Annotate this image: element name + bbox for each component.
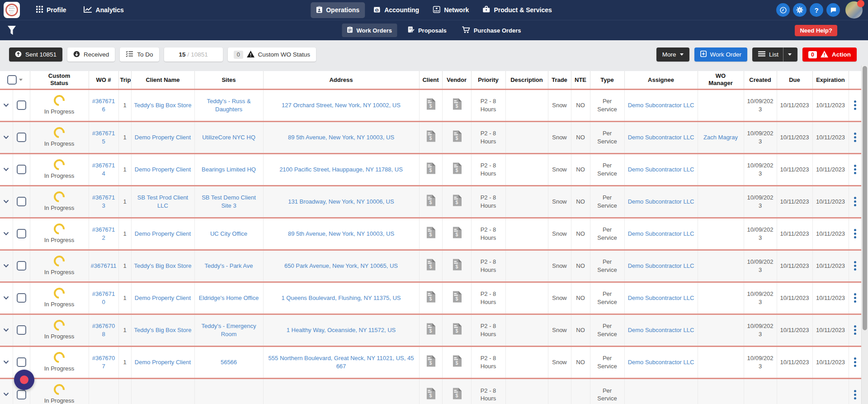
assignee-link[interactable]: Demo Subcontractor LLC — [628, 198, 694, 205]
chevron-down-icon[interactable] — [3, 327, 9, 333]
address-link[interactable]: 131 Broadway, New York, NY 10006, US — [288, 198, 394, 205]
column-header-type[interactable]: Type — [590, 71, 624, 89]
column-header-due[interactable]: Due — [777, 71, 812, 89]
custom-wo-status-button[interactable]: 0 Custom WO Status — [228, 48, 316, 62]
client-invoice-icon[interactable]: $ — [426, 201, 435, 208]
column-header-created[interactable]: Created — [744, 71, 777, 89]
sent-button[interactable]: Sent 10851 — [9, 48, 62, 62]
chevron-down-icon[interactable] — [3, 295, 9, 301]
address-link[interactable]: 650 Park Avenue, New York, NY 10065, US — [284, 262, 398, 269]
assignee-link[interactable]: Demo Subcontractor LLC — [628, 102, 694, 109]
column-header-vendor_doc[interactable]: Vendor — [442, 71, 471, 89]
address-link[interactable]: 555 Northern Boulevard, Great Neck, NY 1… — [269, 355, 414, 370]
column-header-custom_status[interactable]: Custom Status — [30, 71, 89, 89]
row-menu-icon[interactable] — [851, 165, 860, 174]
address-link[interactable]: 89 5th Avenue, New York, NY 10003, US — [288, 134, 394, 141]
more-button[interactable]: More — [656, 48, 689, 62]
site-link[interactable]: Eldridge's Home Office — [199, 295, 259, 301]
need-help-button[interactable]: Need Help? — [795, 25, 837, 36]
column-header-assignee[interactable]: Assignee — [624, 71, 698, 89]
select-all-checkbox[interactable] — [7, 75, 17, 85]
column-header-trade[interactable]: Trade — [548, 71, 571, 89]
nav-item-analytics[interactable]: Analytics — [78, 2, 129, 18]
action-button[interactable]: 0 Action — [802, 48, 857, 62]
chevron-down-icon[interactable] — [3, 198, 9, 205]
nav-item-network[interactable]: Network — [427, 2, 474, 18]
row-checkbox[interactable] — [17, 165, 26, 174]
client-invoice-icon[interactable]: $ — [426, 105, 435, 111]
company-logo[interactable]: Demo Service Broker LLC — [4, 2, 20, 18]
address-link[interactable]: 2100 Pacific Street, Hauppauge, NY 11788… — [279, 166, 403, 173]
tab-proposals[interactable]: Proposals — [402, 24, 452, 37]
column-header-description[interactable]: Description — [505, 71, 548, 89]
chevron-down-icon[interactable] — [3, 359, 9, 366]
column-header-expiration[interactable]: Expiration — [812, 71, 849, 89]
column-header-nte[interactable]: NTE — [571, 71, 590, 89]
client_name-link[interactable]: Teddy's Big Box Store — [134, 102, 192, 109]
chevron-down-icon[interactable] — [3, 391, 9, 398]
row-checkbox[interactable] — [17, 229, 26, 238]
vendor-invoice-icon[interactable]: $ — [452, 169, 462, 176]
assignee-link[interactable]: Demo Subcontractor LLC — [628, 262, 694, 269]
client-invoice-icon[interactable]: $ — [426, 394, 435, 401]
row-checkbox[interactable] — [17, 197, 26, 206]
client_name-link[interactable]: Demo Property Client — [135, 230, 191, 237]
client-invoice-icon[interactable]: $ — [426, 233, 435, 240]
client_name-link[interactable]: Demo Property Client — [135, 359, 191, 366]
column-header-site[interactable]: Sites — [194, 71, 263, 89]
column-header-client_doc[interactable]: Client — [419, 71, 442, 89]
wo-link[interactable]: #3676708 — [92, 323, 115, 337]
chevron-down-icon[interactable] — [3, 230, 9, 237]
client-invoice-icon[interactable]: $ — [426, 169, 435, 176]
user-avatar[interactable] — [845, 1, 863, 19]
row-menu-icon[interactable] — [851, 357, 860, 367]
row-checkbox[interactable] — [17, 261, 26, 271]
wo-link[interactable]: #3676714 — [92, 162, 115, 177]
site-link[interactable]: Bearings Limited HQ — [202, 166, 256, 173]
notifications-float-button[interactable] — [14, 370, 34, 390]
wo-link[interactable]: #3676710 — [92, 290, 115, 305]
assignee-link[interactable]: Demo Subcontractor LLC — [628, 134, 694, 141]
row-menu-icon[interactable] — [851, 229, 860, 238]
client_name-link[interactable]: Demo Property Client — [135, 134, 191, 141]
wo-link[interactable]: #3676707 — [92, 355, 115, 370]
site-link[interactable]: SB Test Demo Client Site 3 — [202, 194, 256, 209]
row-checkbox[interactable] — [17, 325, 26, 335]
column-header-wo_manager[interactable]: WO Manager — [698, 71, 744, 89]
column-header-wo[interactable]: WO # — [89, 71, 118, 89]
site-link[interactable]: Teddy's - Park Ave — [204, 262, 253, 269]
column-header-client_name[interactable]: Client Name — [131, 71, 194, 89]
row-menu-icon[interactable] — [851, 261, 860, 271]
vertical-scrollbar[interactable] — [861, 65, 868, 404]
gear-button[interactable] — [793, 3, 807, 17]
todo-button[interactable]: To Do — [120, 48, 159, 62]
address-link[interactable]: 1 Queens Boulevard, Flushing, NY 11375, … — [281, 295, 401, 301]
chevron-down-icon[interactable] — [788, 53, 792, 56]
site-link[interactable]: UtilizeCore NYC HQ — [202, 134, 255, 141]
select-all-caret-icon[interactable] — [19, 79, 23, 81]
chat-button[interactable] — [826, 3, 840, 17]
row-checkbox[interactable] — [17, 100, 26, 110]
client_name-link[interactable]: Demo Property Client — [135, 295, 191, 301]
row-menu-icon[interactable] — [851, 100, 860, 110]
wo_manager-link[interactable]: Zach Magray — [703, 134, 738, 141]
wo-link[interactable]: #3676713 — [92, 194, 115, 209]
client-invoice-icon[interactable]: $ — [426, 297, 435, 304]
tab-work-orders[interactable]: Work Orders — [342, 24, 397, 37]
chevron-down-icon[interactable] — [3, 102, 9, 109]
vendor-invoice-icon[interactable]: $ — [452, 265, 462, 272]
address-link[interactable]: 1 Healthy Way, Oceanside, NY 11572, US — [287, 327, 396, 333]
assignee-link[interactable]: Demo Subcontractor LLC — [628, 359, 694, 366]
client-invoice-icon[interactable]: $ — [426, 137, 435, 143]
assignee-link[interactable]: Demo Subcontractor LLC — [628, 230, 694, 237]
column-header-trip[interactable]: Trip — [118, 71, 131, 89]
nav-item-accounting[interactable]: $Accounting — [368, 2, 425, 18]
chevron-down-icon[interactable] — [3, 166, 9, 173]
clock-button[interactable] — [776, 3, 790, 17]
nav-item-profile[interactable]: Profile — [31, 2, 72, 18]
row-checkbox[interactable] — [17, 390, 26, 399]
filter-funnel-icon[interactable] — [8, 26, 16, 35]
client_name-link[interactable]: Teddy's Big Box Store — [134, 327, 192, 333]
chevron-down-icon[interactable] — [3, 262, 9, 269]
wo-link[interactable]: #3676712 — [92, 226, 115, 241]
